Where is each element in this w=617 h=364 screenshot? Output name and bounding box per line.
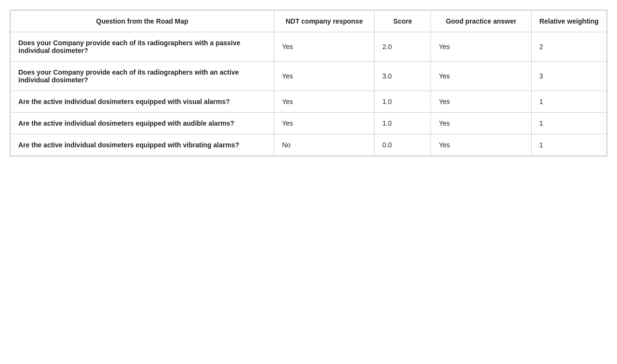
cell-weighting: 1: [531, 91, 606, 113]
cell-good-practice: Yes: [431, 62, 531, 91]
table-header-row: Question from the Road Map NDT company r…: [11, 11, 607, 32]
cell-good-practice: Yes: [431, 32, 531, 62]
cell-weighting: 2: [531, 32, 606, 62]
cell-weighting: 1: [531, 134, 606, 156]
header-good-practice: Good practice answer: [431, 11, 531, 32]
cell-question: Are the active individual dosimeters equ…: [11, 113, 274, 134]
cell-score: 0.0: [375, 134, 431, 156]
cell-good-practice: Yes: [431, 113, 531, 134]
cell-score: 3.0: [375, 62, 431, 91]
cell-weighting: 3: [531, 62, 606, 91]
main-table-wrapper: Question from the Road Map NDT company r…: [10, 10, 607, 156]
table-row: Does your Company provide each of its ra…: [11, 32, 607, 62]
cell-ndt-response: No: [274, 134, 374, 156]
table-row: Are the active individual dosimeters equ…: [11, 91, 607, 113]
table-row: Does your Company provide each of its ra…: [11, 62, 607, 91]
cell-ndt-response: Yes: [274, 32, 374, 62]
cell-good-practice: Yes: [431, 134, 531, 156]
header-question: Question from the Road Map: [11, 11, 274, 32]
cell-score: 2.0: [375, 32, 431, 62]
cell-question: Does your Company provide each of its ra…: [11, 32, 274, 62]
cell-score: 1.0: [375, 91, 431, 113]
cell-question: Are the active individual dosimeters equ…: [11, 134, 274, 156]
cell-ndt-response: Yes: [274, 91, 374, 113]
cell-good-practice: Yes: [431, 91, 531, 113]
table-body: Does your Company provide each of its ra…: [11, 32, 607, 156]
table-row: Are the active individual dosimeters equ…: [11, 134, 607, 156]
cell-question: Does your Company provide each of its ra…: [11, 62, 274, 91]
table-row: Are the active individual dosimeters equ…: [11, 113, 607, 134]
cell-ndt-response: Yes: [274, 113, 374, 134]
assessment-table: Question from the Road Map NDT company r…: [10, 10, 607, 156]
cell-weighting: 1: [531, 113, 606, 134]
header-weighting: Relative weighting: [531, 11, 606, 32]
cell-ndt-response: Yes: [274, 62, 374, 91]
cell-question: Are the active individual dosimeters equ…: [11, 91, 274, 113]
header-score: Score: [375, 11, 431, 32]
header-ndt: NDT company response: [274, 11, 374, 32]
cell-score: 1.0: [375, 113, 431, 134]
